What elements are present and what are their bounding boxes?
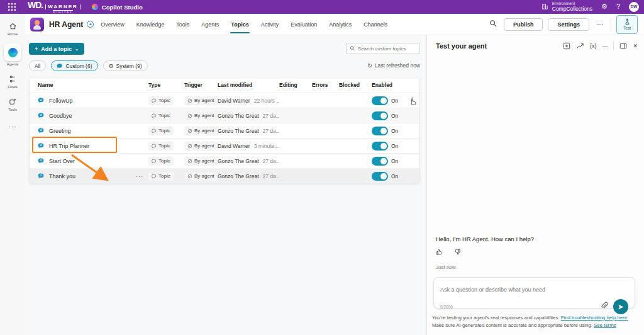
filter-system[interactable]: ⚙ System (9) (103, 60, 148, 71)
enabled-toggle[interactable] (372, 157, 388, 166)
by-agent-icon (187, 144, 192, 149)
troubleshooting-link[interactable]: Find troubleshooting help here. (561, 315, 629, 321)
topic-badge-icon (152, 98, 157, 103)
tab-evaluation[interactable]: Evaluation (290, 16, 318, 33)
test-button[interactable]: Test (616, 15, 638, 34)
add-topic-button[interactable]: + Add a topic ⌄ (29, 43, 84, 55)
enabled-toggle[interactable] (372, 111, 388, 120)
activity-tracking-icon[interactable] (576, 42, 584, 50)
left-navigation-rail: Home Agents Flows Tools ··· (0, 14, 25, 335)
message-timestamp: Just now (436, 264, 456, 270)
add-topic-label: Add a topic (41, 46, 72, 52)
chat-input[interactable] (440, 287, 628, 293)
tools-icon (8, 96, 18, 106)
sidebar-more-icon[interactable]: ··· (9, 123, 17, 130)
enabled-toggle[interactable] (372, 142, 388, 150)
sidebar-item-home[interactable]: Home (1, 19, 24, 38)
tab-activity[interactable]: Activity (260, 16, 280, 33)
environment-picker[interactable]: Environment CompCollections (541, 1, 592, 12)
chevron-down-icon: ⌄ (75, 47, 79, 52)
modified-by: Gonzo The Great (218, 158, 259, 164)
test-button-label: Test (623, 26, 631, 30)
table-header-row: Name Type Trigger Last modified Editing … (30, 77, 419, 93)
attachment-paperclip-icon[interactable] (600, 302, 608, 312)
logo-wd: WD. (28, 0, 43, 10)
type-badge: Topic (148, 96, 174, 105)
agent-avatar (30, 18, 44, 31)
tab-agents[interactable]: Agents (201, 16, 219, 33)
enabled-toggle[interactable] (372, 96, 388, 105)
enabled-label: On (391, 158, 398, 164)
topic-chat-icon (38, 173, 45, 179)
table-row[interactable]: Thank you ··· Topic By agent Gonzo The G… (30, 168, 419, 183)
filter-label: System (9) (116, 63, 142, 69)
tab-channels[interactable]: Channels (363, 16, 388, 33)
agent-edit-icon[interactable]: ✦ (87, 21, 94, 28)
type-badge: Topic (148, 127, 174, 135)
send-button[interactable] (613, 299, 628, 314)
filter-all[interactable]: All (29, 60, 46, 71)
terms-link[interactable]: See terms (594, 322, 616, 328)
new-chat-icon[interactable] (563, 42, 570, 50)
modified-time: 22 hours ... (254, 98, 279, 104)
company-logo: WD. WARNER DIGITAL (28, 0, 80, 14)
close-icon[interactable]: ✕ (633, 43, 638, 49)
tab-knowledge[interactable]: Knowledge (136, 16, 165, 33)
gear-icon: ⚙ (109, 63, 114, 69)
by-agent-icon (187, 98, 192, 103)
variables-icon[interactable]: {x} (590, 43, 597, 49)
table-row[interactable]: FollowUp Topic By agent David Warner22 h… (30, 93, 419, 108)
tab-overview[interactable]: Overview (100, 16, 125, 33)
topic-name: Start Over (49, 158, 75, 164)
user-avatar[interactable]: DW (629, 2, 639, 12)
open-side-pane-icon[interactable] (619, 42, 627, 50)
chat-input-card: 0/2000 (433, 277, 635, 309)
tab-topics[interactable]: Topics (230, 16, 249, 33)
help-icon[interactable]: ? (616, 3, 620, 10)
filter-label: Custom (6) (65, 63, 92, 69)
table-row[interactable]: Greeting Topic By agent Gonzo The Great2… (30, 123, 419, 138)
by-agent-icon (187, 113, 192, 118)
filter-custom[interactable]: Custom (6) (51, 60, 97, 71)
sidebar-item-tools[interactable]: Tools (1, 94, 24, 113)
sidebar-item-flows[interactable]: Flows (1, 72, 24, 91)
flows-icon (8, 74, 18, 84)
search-input[interactable] (358, 46, 416, 52)
table-row[interactable]: Goodbye Topic By agent Gonzo The Great27… (30, 108, 419, 123)
sidebar-item-label: Flows (8, 85, 18, 89)
agents-icon (4, 43, 21, 61)
app-launcher-icon[interactable] (5, 0, 19, 14)
tab-tools[interactable]: Tools (175, 16, 190, 33)
hand-cursor-icon (409, 96, 416, 105)
modified-time: 27 da... (263, 128, 279, 134)
column-errors: Errors (312, 82, 339, 88)
table-row[interactable]: HR Trip Planner Topic By agent David War… (30, 138, 419, 153)
settings-gear-icon[interactable]: ⚙ (601, 3, 608, 10)
chat-bubble-icon (57, 63, 63, 69)
last-refreshed-status[interactable]: ↻ Last refreshed now (367, 62, 420, 69)
test-disclaimer: You're testing your agent's real respons… (432, 314, 639, 330)
enabled-toggle[interactable] (372, 172, 388, 181)
more-icon[interactable]: ··· (602, 43, 608, 49)
sidebar-item-agents[interactable]: Agents (1, 42, 24, 68)
thumbs-down-icon[interactable] (452, 247, 462, 259)
topics-search-box (346, 43, 420, 54)
settings-button[interactable]: Settings (548, 18, 589, 31)
thumbs-up-icon[interactable] (435, 247, 445, 259)
tab-analytics[interactable]: Analytics (328, 16, 352, 33)
trigger-badge: By agent (184, 127, 218, 135)
topic-badge-icon (152, 144, 157, 149)
modified-time: 27 da... (263, 173, 279, 179)
header-search-icon[interactable] (488, 18, 499, 31)
enabled-toggle[interactable] (372, 127, 388, 135)
test-panel-header: Test your agent {x} ··· (427, 35, 644, 54)
topic-filters: All Custom (6) ⚙ System (9) (29, 60, 148, 71)
environment-label: Environment (552, 1, 592, 6)
modified-by: David Warner (218, 98, 250, 104)
sidebar-item-label: Home (8, 32, 18, 36)
table-row[interactable]: Start Over Topic By agent Gonzo The Grea… (30, 153, 419, 168)
topic-name: Thank you (49, 173, 75, 179)
row-more-icon[interactable]: ··· (136, 173, 143, 179)
publish-button[interactable]: Publish (504, 18, 543, 31)
header-more-icon[interactable]: ··· (594, 20, 606, 29)
